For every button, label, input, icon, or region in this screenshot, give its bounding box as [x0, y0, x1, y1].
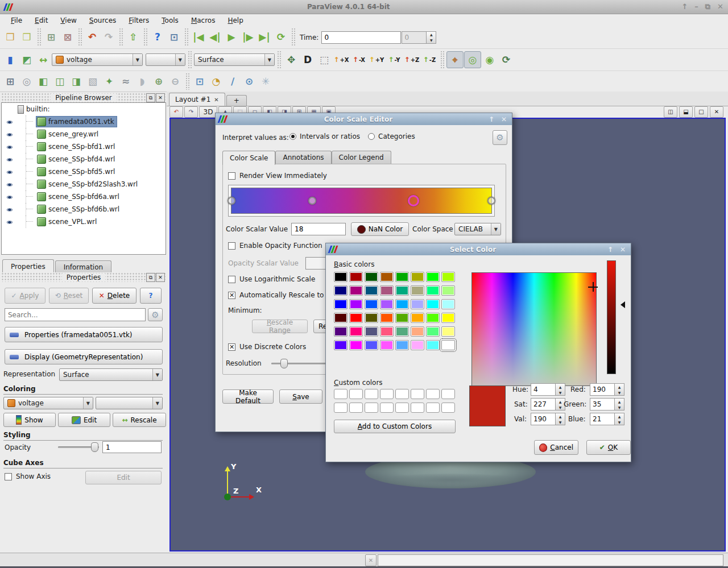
pipeline-item[interactable]: ◉scene_SSp-bfd4.wrl — [2, 153, 166, 165]
close-dialog-icon[interactable]: ✕ — [499, 115, 508, 123]
abort-progress-icon[interactable]: ✕ — [365, 554, 377, 566]
visibility-eye-icon[interactable]: ◉ — [4, 131, 15, 136]
basic-color-swatch[interactable] — [349, 272, 363, 282]
camera-plusy-button[interactable]: ↑+Y — [368, 52, 385, 67]
basic-color-swatch[interactable] — [334, 326, 348, 337]
nan-color-button[interactable]: NaN Color — [351, 222, 409, 236]
gradient-control-point[interactable] — [408, 195, 419, 206]
basic-color-swatch[interactable] — [441, 326, 455, 337]
basic-color-swatch[interactable] — [380, 272, 394, 282]
pipeline-item[interactable]: ◉scene_SSp-bfd6a.wrl — [2, 190, 166, 203]
cancel-button[interactable]: Cancel — [534, 440, 578, 455]
basic-color-swatch[interactable] — [395, 299, 409, 309]
discrete-colors-checkbox[interactable]: ✕Use Discrete Colors — [228, 343, 306, 351]
gradient-control-point[interactable] — [228, 197, 235, 205]
split-vertical-icon[interactable]: ⬓ — [679, 106, 693, 118]
basic-color-swatch[interactable] — [411, 272, 424, 282]
camera-plusz-button[interactable]: ↑+Z — [403, 52, 420, 67]
gradient-control-point[interactable] — [487, 197, 495, 205]
color-array-combobox[interactable]: voltage▼ — [3, 397, 93, 409]
custom-color-swatch[interactable] — [365, 389, 378, 399]
connect-server-icon[interactable]: ⊞ — [43, 30, 59, 45]
custom-color-swatch[interactable] — [426, 389, 440, 399]
hue-spinbox[interactable]: 4▲▼ — [531, 383, 565, 396]
pipeline-item[interactable]: ◉scene_SSp-bfd1.wrl — [2, 140, 166, 153]
basic-color-swatch[interactable] — [395, 285, 409, 296]
last-frame-icon[interactable]: ▶| — [257, 30, 272, 45]
visibility-eye-icon[interactable]: ◉ — [4, 194, 15, 199]
basic-color-swatch[interactable] — [411, 326, 424, 337]
opacity-input[interactable] — [102, 441, 162, 453]
custom-color-swatch[interactable] — [426, 403, 440, 413]
save-state-icon[interactable]: ❒ — [19, 30, 35, 45]
float-panel-icon[interactable]: ⧉ — [146, 273, 155, 282]
settings-gear-icon[interactable]: ⚙ — [493, 130, 507, 145]
green-spinbox[interactable]: 35▲▼ — [590, 398, 624, 411]
basic-color-swatch[interactable] — [365, 299, 378, 309]
value-slider-arrow[interactable] — [617, 301, 625, 308]
zoom-to-data-icon[interactable]: D — [300, 52, 316, 68]
pipeline-item[interactable]: ◉scene_VPL.wrl — [2, 215, 166, 228]
close-view-icon[interactable]: ✕ — [710, 106, 723, 118]
search-options-gear-icon[interactable]: ⚙ — [148, 308, 163, 321]
camera-minusz-button[interactable]: ↑-Z — [421, 52, 438, 67]
basic-color-swatch[interactable] — [395, 313, 409, 323]
blue-spinbox[interactable]: 21▲▼ — [590, 413, 624, 425]
representation-combobox[interactable]: Surface▼ — [194, 53, 275, 66]
enable-opacity-checkbox[interactable]: Enable Opacity Function — [228, 242, 322, 250]
stream-tracer-icon[interactable]: ≈ — [118, 73, 134, 89]
custom-color-swatch[interactable] — [380, 403, 394, 413]
shade-dialog-icon[interactable]: ↑ — [606, 246, 615, 254]
gradient-control-point[interactable] — [308, 197, 316, 205]
close-dialog-icon[interactable]: ✕ — [618, 246, 627, 254]
tab-properties[interactable]: Properties — [2, 259, 54, 273]
hue-saturation-picker[interactable] — [471, 272, 597, 386]
value-slider[interactable] — [607, 260, 616, 374]
visibility-eye-icon[interactable]: ◉ — [4, 219, 15, 224]
custom-color-swatch[interactable] — [411, 403, 424, 413]
scalar-array-combobox[interactable]: voltage▼ — [52, 53, 143, 66]
glyph-icon[interactable]: ✦ — [101, 73, 117, 89]
pipeline-item[interactable]: ◉scene_SSp-bfd6b.wrl — [2, 203, 166, 215]
pipeline-item[interactable]: ◉scene_SSp-bfd5.wrl — [2, 165, 166, 178]
ok-button[interactable]: ✔ OK — [586, 440, 631, 455]
view-toolbar-button-1[interactable]: ↷ — [184, 106, 198, 118]
component-combobox[interactable]: ▼ — [146, 53, 185, 66]
menu-tools[interactable]: Tools — [156, 16, 184, 25]
rescale-range-button[interactable]: Rescale Range — [252, 320, 308, 333]
basic-color-swatch[interactable] — [349, 326, 363, 337]
extract-subset-icon[interactable]: ▧ — [85, 73, 101, 89]
custom-color-swatch[interactable] — [395, 389, 409, 399]
layout-tab[interactable]: Layout #1 ✕ — [169, 93, 225, 106]
show-color-legend-button[interactable]: Show — [3, 413, 56, 427]
load-state-icon[interactable]: ⇧ — [125, 30, 141, 45]
visibility-eye-icon[interactable]: ◉ — [4, 119, 15, 124]
apply-button[interactable]: ✓Apply — [5, 288, 46, 304]
reset-button[interactable]: ⟲Reset — [49, 288, 89, 304]
redo-icon[interactable]: ↷ — [101, 30, 117, 45]
basic-color-swatch[interactable] — [365, 313, 378, 323]
basic-color-swatch[interactable] — [349, 340, 363, 350]
basic-color-swatch[interactable] — [426, 326, 440, 337]
basic-color-swatch[interactable] — [380, 299, 394, 309]
basic-color-swatch[interactable] — [334, 313, 348, 323]
basic-color-swatch[interactable] — [441, 340, 455, 350]
basic-color-swatch[interactable] — [349, 285, 363, 296]
pipeline-server-row[interactable]: builtin: — [2, 103, 166, 115]
tab-information[interactable]: Information — [55, 260, 111, 273]
help-icon[interactable]: ? — [150, 30, 166, 45]
custom-color-swatch[interactable] — [334, 389, 348, 399]
group-datasets-icon[interactable]: ⊕ — [151, 73, 167, 89]
search-input[interactable] — [5, 308, 146, 321]
camera-minusy-button[interactable]: ↑-Y — [386, 52, 403, 67]
basic-color-swatch[interactable] — [365, 340, 378, 350]
menu-macros[interactable]: Macros — [186, 16, 221, 25]
pipeline-browser-header[interactable]: Pipeline Browser ⧉ ✕ — [1, 93, 166, 102]
visibility-eye-icon[interactable]: ◉ — [4, 144, 15, 149]
open-file-icon[interactable]: ❒ — [2, 30, 18, 45]
show-center-rotation-icon[interactable]: ◎ — [464, 51, 481, 68]
basic-color-swatch[interactable] — [349, 313, 363, 323]
interactive-select-icon[interactable]: ✳ — [258, 73, 274, 89]
plot-over-time-icon[interactable]: ◔ — [208, 73, 224, 89]
view-toolbar-button-0[interactable]: ↶ — [169, 106, 183, 118]
